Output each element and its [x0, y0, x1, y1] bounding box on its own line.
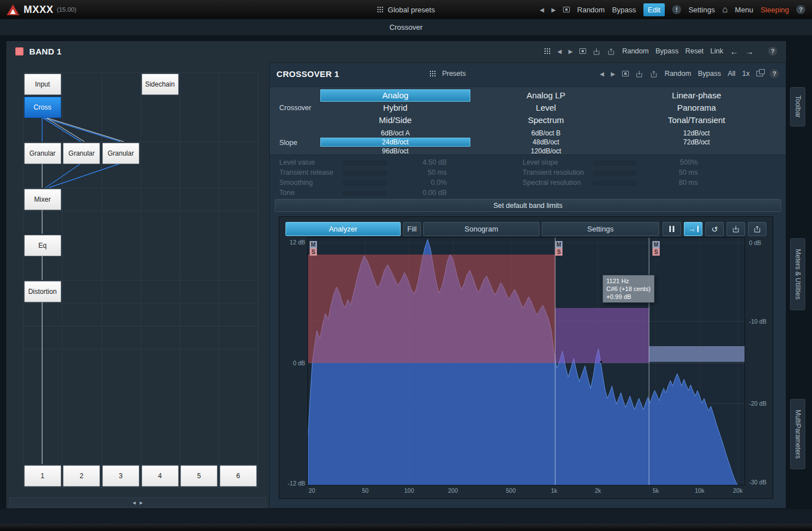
- side-tab-toolbar[interactable]: Toolbar: [790, 87, 805, 126]
- help-icon[interactable]: ?: [768, 47, 777, 56]
- edit-button[interactable]: Edit: [643, 3, 665, 16]
- pause-button[interactable]: [663, 222, 681, 236]
- band-bypass-button[interactable]: Bypass: [655, 47, 678, 55]
- crossover-option-mid-side[interactable]: Mid/Side: [320, 114, 470, 126]
- param-slider-smoothing[interactable]: [343, 181, 387, 185]
- node-granular[interactable]: Granular: [24, 143, 61, 164]
- param-value-smoothing[interactable]: 0.0%: [396, 179, 447, 187]
- presets-button[interactable]: Presets: [442, 70, 466, 78]
- random-button[interactable]: Random: [577, 6, 605, 14]
- node-distortion[interactable]: Distortion: [24, 281, 61, 302]
- band-slot-2[interactable]: 2: [63, 465, 100, 487]
- crossover-option-hybrid[interactable]: Hybrid: [320, 102, 470, 114]
- help-icon[interactable]: ?: [796, 5, 805, 14]
- slope-option-12db-oct[interactable]: 12dB/oct: [622, 129, 772, 138]
- graph-collapse-button[interactable]: ◂ ▸: [9, 497, 266, 507]
- band-slot-5[interactable]: 5: [180, 465, 217, 487]
- analyzer-tab-fill[interactable]: Fill: [403, 222, 421, 236]
- prev-icon[interactable]: ◀: [540, 7, 545, 13]
- mute-marker[interactable]: M: [652, 241, 660, 248]
- snapshot-icon[interactable]: [563, 7, 570, 12]
- node-input[interactable]: Input: [24, 74, 61, 95]
- prev-icon[interactable]: ◀: [557, 48, 562, 55]
- analyzer-tab-analyzer[interactable]: Analyzer: [285, 222, 401, 236]
- crossover-option-level[interactable]: Level: [471, 102, 621, 114]
- band-random-button[interactable]: Random: [622, 47, 648, 55]
- crossover-tab-strip[interactable]: Crossover: [0, 19, 812, 36]
- param-slider-transient-release[interactable]: [343, 171, 387, 175]
- param-value-transient-release[interactable]: 50 ms: [396, 169, 447, 176]
- param-slider-tone[interactable]: [343, 191, 387, 196]
- sleeping-status[interactable]: Sleeping: [760, 6, 789, 14]
- crossover-all-button[interactable]: All: [728, 70, 736, 78]
- crossover-bypass-button[interactable]: Bypass: [698, 70, 721, 78]
- snapshot-icon[interactable]: [622, 71, 629, 76]
- solo-marker[interactable]: S: [555, 248, 562, 256]
- help-icon[interactable]: ?: [770, 69, 779, 78]
- set-default-band-limits-button[interactable]: Set default band limits: [275, 199, 781, 212]
- node-eq[interactable]: Eq: [24, 235, 61, 256]
- grid-icon[interactable]: [545, 48, 551, 55]
- normalize-button[interactable]: →: [684, 222, 702, 236]
- crossover-random-button[interactable]: Random: [665, 70, 691, 78]
- solo-marker[interactable]: S: [310, 248, 317, 256]
- menu-button[interactable]: Menu: [735, 6, 754, 14]
- param-value-level-value[interactable]: 4.50 dB: [396, 158, 447, 166]
- slope-option-48db-oct[interactable]: 48dB/oct: [471, 138, 621, 147]
- grid-icon[interactable]: [430, 71, 436, 77]
- node-sidechain[interactable]: Sidechain: [142, 74, 179, 95]
- param-slider-transient-resolution[interactable]: [593, 171, 637, 175]
- paste-icon[interactable]: [607, 48, 615, 55]
- solo-marker[interactable]: S: [652, 248, 660, 256]
- crossover-option-linear-phase[interactable]: Linear-phase: [622, 89, 772, 102]
- band-slot-4[interactable]: 4: [142, 465, 179, 487]
- crossover-option-analog[interactable]: Analog: [320, 89, 470, 102]
- alert-icon[interactable]: !: [672, 5, 681, 14]
- arrow-right-icon[interactable]: →: [745, 47, 754, 56]
- analyzer-tab-settings[interactable]: Settings: [542, 222, 659, 236]
- oversampling-button[interactable]: 1x: [742, 70, 750, 78]
- crossover-option-tonal-transient[interactable]: Tonal/Transient: [622, 114, 772, 126]
- bypass-button[interactable]: Bypass: [612, 6, 636, 14]
- snapshot-icon[interactable]: [579, 48, 586, 54]
- copy-button[interactable]: [727, 222, 745, 236]
- slope-option-96db-oct[interactable]: 96dB/oct: [320, 147, 470, 156]
- node-granular[interactable]: Granular: [102, 143, 139, 164]
- detach-window-icon[interactable]: [756, 71, 763, 76]
- param-value-tone[interactable]: 0.00 dB: [396, 189, 447, 197]
- copy-icon[interactable]: [593, 48, 601, 55]
- next-icon[interactable]: ▶: [568, 48, 573, 55]
- crossover-option-spectrum[interactable]: Spectrum: [471, 114, 621, 126]
- slope-option-72db-oct[interactable]: 72dB/oct: [622, 138, 772, 147]
- prev-icon[interactable]: ◀: [600, 71, 604, 77]
- mute-marker[interactable]: M: [555, 241, 562, 248]
- node-mixer[interactable]: Mixer: [24, 189, 61, 210]
- next-icon[interactable]: ▶: [611, 71, 615, 77]
- spectrum-plot[interactable]: 1121 Hz C#6 (+18 cents) +0.99 dB MSMSMS: [308, 238, 745, 485]
- band-reset-button[interactable]: Reset: [685, 47, 704, 55]
- band-slot-3[interactable]: 3: [102, 465, 139, 487]
- param-value-transient-resolution[interactable]: 50 ms: [641, 169, 698, 176]
- node-cross[interactable]: Cross: [24, 97, 61, 118]
- next-icon[interactable]: ▶: [551, 7, 556, 13]
- slope-option-120db-oct[interactable]: 120dB/oct: [471, 147, 621, 156]
- band-link-button[interactable]: Link: [710, 47, 723, 55]
- analyzer-tab-sonogram[interactable]: Sonogram: [423, 222, 539, 236]
- slope-option-6db-oct-b[interactable]: 6dB/oct B: [471, 129, 621, 138]
- paste-button[interactable]: [748, 222, 766, 236]
- band-slot-1[interactable]: 1: [24, 465, 61, 487]
- side-tab-multiparameters[interactable]: MultiParameters: [790, 399, 805, 469]
- copy-icon[interactable]: [636, 70, 643, 78]
- slope-option-24db-oct[interactable]: 24dB/oct: [320, 138, 470, 147]
- reset-button[interactable]: ↺: [705, 222, 724, 236]
- global-presets-button[interactable]: Global presets: [377, 6, 435, 14]
- band-slot-6[interactable]: 6: [220, 465, 257, 487]
- slope-option-6db-oct-a[interactable]: 6dB/oct A: [320, 129, 470, 138]
- param-slider-spectral-resolution[interactable]: [593, 181, 637, 185]
- settings-button[interactable]: Settings: [688, 6, 715, 14]
- node-granular[interactable]: Granular: [63, 143, 100, 164]
- param-value-level-slope[interactable]: 500%: [641, 158, 698, 166]
- crossover-option-analog-lp[interactable]: Analog LP: [471, 89, 621, 102]
- melda-logo-icon[interactable]: [7, 4, 19, 15]
- crossover-option-panorama[interactable]: Panorama: [622, 102, 772, 114]
